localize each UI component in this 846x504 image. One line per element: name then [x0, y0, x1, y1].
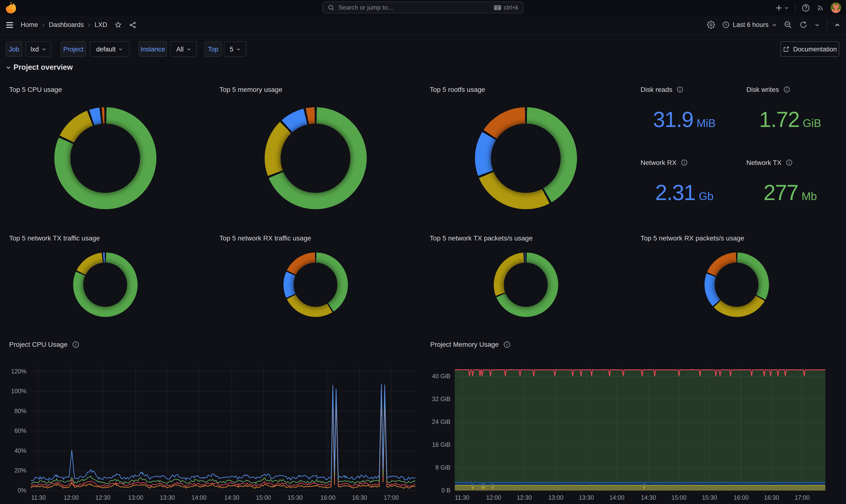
refresh-interval-chevron-icon[interactable] — [815, 22, 819, 27]
share-icon[interactable] — [129, 21, 137, 29]
svg-text:13:30: 13:30 — [579, 494, 594, 501]
row-project-overview[interactable]: Project overview — [6, 63, 73, 72]
donut-hole — [491, 124, 560, 193]
panel-title[interactable]: Top 5 rootfs usage — [430, 86, 485, 93]
breadcrumb-separator: › — [42, 21, 45, 29]
svg-text:16:30: 16:30 — [764, 494, 779, 501]
search-input[interactable]: Search or jump to... ctrl+k — [322, 1, 524, 14]
rootfs-usage-donut-chart[interactable] — [475, 107, 577, 209]
panel-title[interactable]: Top 5 CPU usage — [9, 86, 62, 93]
stat-label[interactable]: Network TX — [746, 159, 781, 166]
news-rss-icon[interactable] — [816, 4, 824, 12]
panel-title[interactable]: Top 5 network RX packets/s usage — [640, 234, 744, 242]
search-shortcut: ctrl+k — [494, 4, 518, 11]
memory-usage-time-series-chart[interactable]: 0 B8 GiB16 GiB24 GiB32 GiB40 GiB11:3012:… — [423, 358, 846, 504]
stat-disk-writes: Disk writes 1.72GiB — [737, 79, 843, 152]
panel-title[interactable]: Project CPU Usage — [9, 341, 80, 348]
stat-value: 277 — [763, 180, 798, 205]
help-icon[interactable] — [802, 4, 810, 12]
svg-text:20%: 20% — [14, 467, 27, 474]
breadcrumb-current[interactable]: LXD — [94, 21, 107, 29]
stat-label[interactable]: Network RX — [640, 159, 676, 166]
svg-text:12:00: 12:00 — [486, 494, 501, 501]
panel-project-memory-usage: Project Memory Usage 0 B8 GiB16 GiB24 Gi… — [423, 337, 846, 504]
variables-bar: Job lxd Project default Instance All Top… — [0, 38, 846, 60]
stat-network-rx: Network RX 2.31Gb — [631, 152, 737, 226]
filter-project-select[interactable]: default — [89, 41, 129, 57]
panel-title[interactable]: Top 5 network TX packets/s usage — [430, 234, 533, 242]
stat-value: 2.31 — [655, 180, 695, 205]
panel-top5-memory-usage: Top 5 memory usage — [210, 79, 421, 223]
zoom-out-icon[interactable] — [784, 21, 792, 29]
svg-text:14:00: 14:00 — [609, 494, 624, 501]
time-range-picker[interactable]: Last 6 hours — [722, 21, 777, 29]
filter-top-select[interactable]: 5 — [224, 41, 246, 57]
svg-text:60%: 60% — [14, 427, 27, 434]
search-placeholder: Search or jump to... — [338, 4, 490, 11]
svg-text:11:30: 11:30 — [455, 494, 470, 501]
network-tx-traffic-donut-chart[interactable] — [73, 252, 137, 317]
search-icon — [328, 4, 334, 11]
info-icon — [504, 341, 511, 348]
svg-text:40%: 40% — [14, 447, 27, 454]
svg-text:13:00: 13:00 — [548, 494, 564, 501]
svg-text:14:30: 14:30 — [641, 494, 656, 501]
stat-label[interactable]: Disk writes — [746, 86, 779, 93]
donut-hole — [504, 263, 548, 307]
svg-text:12:00: 12:00 — [64, 494, 79, 501]
stat-disk-reads: Disk reads 31.9MiB — [631, 79, 737, 152]
panel-title[interactable]: Top 5 network TX traffic usage — [9, 234, 100, 242]
svg-text:0%: 0% — [18, 487, 27, 494]
network-rx-packets-donut-chart[interactable] — [704, 252, 769, 317]
memory-usage-donut-chart[interactable] — [264, 107, 367, 209]
filter-top-label[interactable]: Top — [205, 41, 222, 57]
stat-label[interactable]: Disk reads — [640, 86, 672, 93]
topbar-actions — [775, 0, 841, 15]
filter-job-label[interactable]: Job — [6, 41, 22, 57]
stat-network-tx: Network TX 277Mb — [737, 152, 843, 226]
svg-text:0 B: 0 B — [441, 487, 451, 494]
collapse-caret-up-icon[interactable] — [834, 22, 840, 28]
svg-text:13:30: 13:30 — [160, 494, 175, 501]
svg-text:40 GiB: 40 GiB — [432, 373, 451, 379]
svg-text:12:30: 12:30 — [516, 494, 532, 501]
cpu-usage-donut-chart[interactable] — [54, 107, 156, 209]
add-new-button[interactable] — [775, 4, 789, 11]
favorite-star-icon[interactable] — [114, 21, 122, 29]
network-rx-traffic-donut-chart[interactable] — [283, 252, 348, 317]
svg-text:15:30: 15:30 — [287, 494, 303, 501]
filter-job-select[interactable]: lxd — [25, 41, 51, 57]
stat-unit: Mb — [801, 190, 817, 203]
panel-top5-network-rx-packets: Top 5 network RX packets/s usage — [631, 228, 842, 336]
svg-text:13:00: 13:00 — [128, 494, 143, 501]
menu-hamburger-icon[interactable] — [6, 21, 14, 28]
panel-title[interactable]: Top 5 memory usage — [219, 86, 282, 93]
panel-title[interactable]: Top 5 network RX traffic usage — [219, 234, 311, 242]
grafana-logo-icon[interactable] — [5, 1, 17, 14]
chevron-down-icon — [772, 22, 777, 27]
panel-top5-network-tx-packets: Top 5 network TX packets/s usage — [421, 228, 631, 336]
donut-hole — [281, 124, 350, 193]
time-range-label: Last 6 hours — [733, 21, 769, 29]
filter-project-label[interactable]: Project — [60, 41, 86, 57]
svg-text:120%: 120% — [11, 368, 27, 375]
svg-text:17:00: 17:00 — [794, 494, 810, 501]
stat-value: 31.9 — [653, 107, 693, 132]
panel-title[interactable]: Project Memory Usage — [430, 341, 511, 348]
user-avatar[interactable] — [831, 2, 841, 13]
nav-right: Last 6 hours — [707, 20, 840, 29]
dashboard-settings-gear-icon[interactable] — [707, 21, 715, 29]
stat-unit: MiB — [697, 117, 716, 130]
chevron-down-icon — [187, 47, 191, 51]
grafana-dashboard: Search or jump to... ctrl+k — [0, 0, 846, 504]
documentation-button[interactable]: Documentation — [780, 41, 839, 57]
filter-instance-label[interactable]: Instance — [139, 41, 167, 57]
stats-panel-group: Disk reads 31.9MiB Disk writes 1.72GiB N… — [631, 79, 843, 226]
cpu-usage-time-series-chart[interactable]: 0%20%40%60%80%100%120%11:3012:0012:3013:… — [0, 358, 423, 504]
refresh-icon[interactable] — [799, 21, 808, 29]
breadcrumb-home[interactable]: Home — [21, 21, 38, 29]
breadcrumb-dashboards[interactable]: Dashboards — [49, 21, 84, 29]
network-tx-packets-donut-chart[interactable] — [493, 252, 558, 317]
filter-instance-select[interactable]: All — [170, 41, 197, 57]
svg-text:15:00: 15:00 — [672, 494, 687, 501]
